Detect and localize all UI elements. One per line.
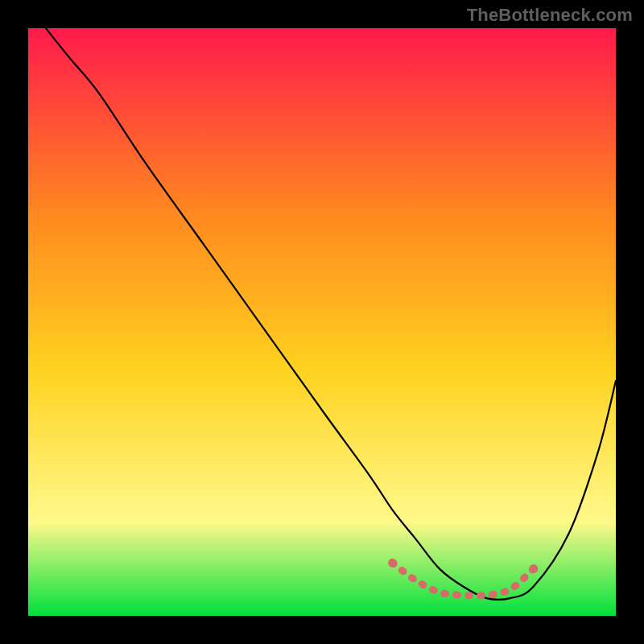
optimal-band-endpoint: [529, 564, 538, 573]
optimal-band-endpoint: [388, 559, 397, 568]
bottleneck-chart: [0, 0, 644, 644]
chart-frame: TheBottleneck.com: [0, 0, 644, 644]
svg-rect-0: [28, 28, 616, 616]
